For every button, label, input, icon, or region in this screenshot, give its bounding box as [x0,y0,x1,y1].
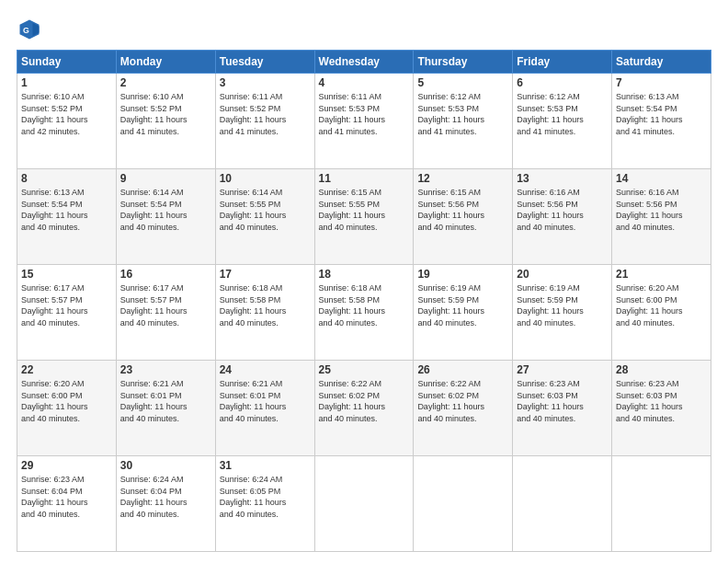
day-number: 8 [21,172,112,185]
day-number: 13 [517,172,608,185]
day-number: 28 [616,363,707,376]
calendar-table: SundayMondayTuesdayWednesdayThursdayFrid… [17,50,711,552]
day-number: 27 [517,363,608,376]
calendar-cell [513,456,612,552]
weekday-header-sunday: Sunday [17,51,117,74]
calendar-cell: 27Sunrise: 6:23 AM Sunset: 6:03 PM Dayli… [513,361,612,456]
day-info: Sunrise: 6:17 AM Sunset: 5:57 PM Dayligh… [21,282,112,328]
day-info: Sunrise: 6:18 AM Sunset: 5:58 PM Dayligh… [220,282,311,328]
day-info: Sunrise: 6:16 AM Sunset: 5:56 PM Dayligh… [517,187,608,233]
calendar-cell: 12Sunrise: 6:15 AM Sunset: 5:56 PM Dayli… [414,169,513,265]
day-number: 23 [120,363,211,376]
header: G [17,17,711,42]
day-number: 31 [220,459,311,472]
day-number: 10 [220,172,311,185]
calendar-cell: 17Sunrise: 6:18 AM Sunset: 5:58 PM Dayli… [215,265,314,361]
day-number: 3 [220,76,311,89]
logo: G [17,17,46,42]
calendar-cell: 19Sunrise: 6:19 AM Sunset: 5:59 PM Dayli… [414,265,513,361]
day-info: Sunrise: 6:22 AM Sunset: 6:02 PM Dayligh… [319,378,410,424]
day-number: 12 [417,172,508,185]
day-number: 17 [220,268,311,281]
page: G SundayMondayTuesdayWednesdayThursdayFr… [0,0,728,563]
calendar-cell: 13Sunrise: 6:16 AM Sunset: 5:56 PM Dayli… [513,169,612,265]
day-number: 4 [319,76,410,89]
calendar-cell: 2Sunrise: 6:10 AM Sunset: 5:52 PM Daylig… [116,74,215,169]
day-info: Sunrise: 6:18 AM Sunset: 5:58 PM Dayligh… [319,282,410,328]
weekday-header-monday: Monday [116,51,215,74]
calendar-cell [414,456,513,552]
calendar-cell: 5Sunrise: 6:12 AM Sunset: 5:53 PM Daylig… [414,74,513,169]
day-number: 20 [517,268,608,281]
day-info: Sunrise: 6:21 AM Sunset: 6:01 PM Dayligh… [220,378,311,424]
calendar-cell: 18Sunrise: 6:18 AM Sunset: 5:58 PM Dayli… [314,265,414,361]
calendar-cell [314,456,414,552]
day-info: Sunrise: 6:23 AM Sunset: 6:04 PM Dayligh… [21,474,112,520]
day-info: Sunrise: 6:17 AM Sunset: 5:57 PM Dayligh… [120,282,211,328]
calendar-cell: 31Sunrise: 6:24 AM Sunset: 6:05 PM Dayli… [215,456,314,552]
day-info: Sunrise: 6:15 AM Sunset: 5:56 PM Dayligh… [417,187,508,233]
day-info: Sunrise: 6:11 AM Sunset: 5:53 PM Dayligh… [319,91,410,137]
day-info: Sunrise: 6:15 AM Sunset: 5:55 PM Dayligh… [319,187,410,233]
day-info: Sunrise: 6:22 AM Sunset: 6:02 PM Dayligh… [417,378,508,424]
calendar-cell: 23Sunrise: 6:21 AM Sunset: 6:01 PM Dayli… [116,361,215,456]
calendar-cell: 10Sunrise: 6:14 AM Sunset: 5:55 PM Dayli… [215,169,314,265]
day-info: Sunrise: 6:16 AM Sunset: 5:56 PM Dayligh… [616,187,707,233]
calendar-cell: 25Sunrise: 6:22 AM Sunset: 6:02 PM Dayli… [314,361,414,456]
day-number: 14 [616,172,707,185]
calendar-cell: 16Sunrise: 6:17 AM Sunset: 5:57 PM Dayli… [116,265,215,361]
calendar-cell [612,456,711,552]
day-number: 5 [417,76,508,89]
day-number: 9 [120,172,211,185]
calendar-week-3: 22Sunrise: 6:20 AM Sunset: 6:00 PM Dayli… [17,361,711,456]
day-number: 16 [120,268,211,281]
calendar-cell: 15Sunrise: 6:17 AM Sunset: 5:57 PM Dayli… [17,265,117,361]
calendar-week-2: 15Sunrise: 6:17 AM Sunset: 5:57 PM Dayli… [17,265,711,361]
calendar-cell: 26Sunrise: 6:22 AM Sunset: 6:02 PM Dayli… [414,361,513,456]
calendar-week-0: 1Sunrise: 6:10 AM Sunset: 5:52 PM Daylig… [17,74,711,169]
day-info: Sunrise: 6:20 AM Sunset: 6:00 PM Dayligh… [21,378,112,424]
weekday-header-saturday: Saturday [612,51,711,74]
day-number: 1 [21,76,112,89]
calendar-cell: 20Sunrise: 6:19 AM Sunset: 5:59 PM Dayli… [513,265,612,361]
calendar-body: 1Sunrise: 6:10 AM Sunset: 5:52 PM Daylig… [17,74,711,552]
day-number: 29 [21,459,112,472]
calendar-week-1: 8Sunrise: 6:13 AM Sunset: 5:54 PM Daylig… [17,169,711,265]
calendar-cell: 3Sunrise: 6:11 AM Sunset: 5:52 PM Daylig… [215,74,314,169]
weekday-header-tuesday: Tuesday [215,51,314,74]
calendar-cell: 8Sunrise: 6:13 AM Sunset: 5:54 PM Daylig… [17,169,117,265]
day-number: 18 [319,268,410,281]
calendar-cell: 29Sunrise: 6:23 AM Sunset: 6:04 PM Dayli… [17,456,117,552]
day-number: 21 [616,268,707,281]
day-info: Sunrise: 6:23 AM Sunset: 6:03 PM Dayligh… [517,378,608,424]
day-info: Sunrise: 6:24 AM Sunset: 6:04 PM Dayligh… [120,474,211,520]
calendar-cell: 7Sunrise: 6:13 AM Sunset: 5:54 PM Daylig… [612,74,711,169]
calendar-cell: 14Sunrise: 6:16 AM Sunset: 5:56 PM Dayli… [612,169,711,265]
weekday-header-wednesday: Wednesday [314,51,414,74]
svg-text:G: G [23,26,29,35]
day-info: Sunrise: 6:19 AM Sunset: 5:59 PM Dayligh… [517,282,608,328]
day-number: 11 [319,172,410,185]
day-info: Sunrise: 6:14 AM Sunset: 5:54 PM Dayligh… [120,187,211,233]
day-number: 6 [517,76,608,89]
day-number: 22 [21,363,112,376]
day-number: 26 [417,363,508,376]
calendar-cell: 4Sunrise: 6:11 AM Sunset: 5:53 PM Daylig… [314,74,414,169]
day-number: 19 [417,268,508,281]
day-number: 25 [319,363,410,376]
calendar-cell: 28Sunrise: 6:23 AM Sunset: 6:03 PM Dayli… [612,361,711,456]
day-info: Sunrise: 6:24 AM Sunset: 6:05 PM Dayligh… [220,474,311,520]
day-info: Sunrise: 6:11 AM Sunset: 5:52 PM Dayligh… [220,91,311,137]
calendar-cell: 9Sunrise: 6:14 AM Sunset: 5:54 PM Daylig… [116,169,215,265]
calendar-cell: 30Sunrise: 6:24 AM Sunset: 6:04 PM Dayli… [116,456,215,552]
weekday-row: SundayMondayTuesdayWednesdayThursdayFrid… [17,51,711,74]
calendar-cell: 24Sunrise: 6:21 AM Sunset: 6:01 PM Dayli… [215,361,314,456]
day-info: Sunrise: 6:21 AM Sunset: 6:01 PM Dayligh… [120,378,211,424]
day-info: Sunrise: 6:12 AM Sunset: 5:53 PM Dayligh… [517,91,608,137]
day-info: Sunrise: 6:12 AM Sunset: 5:53 PM Dayligh… [417,91,508,137]
day-info: Sunrise: 6:13 AM Sunset: 5:54 PM Dayligh… [21,187,112,233]
day-number: 30 [120,459,211,472]
day-info: Sunrise: 6:14 AM Sunset: 5:55 PM Dayligh… [220,187,311,233]
day-number: 15 [21,268,112,281]
day-number: 2 [120,76,211,89]
